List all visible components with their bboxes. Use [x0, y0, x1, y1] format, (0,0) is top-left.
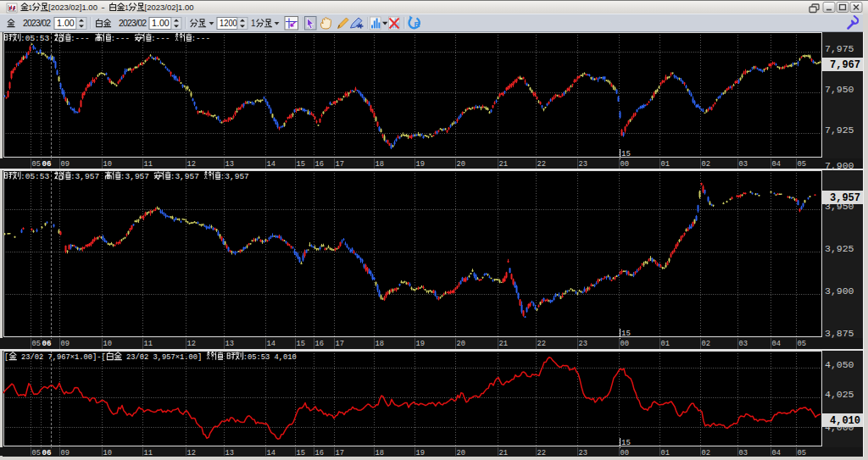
svg-text::3,957: :3,957	[70, 172, 99, 181]
svg-text:[2023/02]1.00: [2023/02]1.00	[145, 3, 194, 12]
svg-text:00: 00	[620, 339, 630, 348]
svg-text:1: 1	[29, 3, 33, 12]
svg-text:19: 19	[416, 339, 426, 348]
svg-text:02: 02	[702, 448, 711, 457]
svg-text:05: 05	[32, 339, 42, 348]
svg-text:17: 17	[336, 159, 345, 169]
svg-text::3,957: :3,957	[170, 172, 199, 181]
svg-text:7,950: 7,950	[825, 84, 854, 95]
svg-text:1.00: 1.00	[57, 18, 75, 28]
svg-text:2023/02: 2023/02	[119, 18, 147, 28]
svg-text::---: :---	[70, 34, 90, 43]
svg-text:7,967: 7,967	[48, 352, 70, 362]
svg-text:7,925: 7,925	[825, 125, 854, 136]
svg-text:05: 05	[798, 448, 807, 457]
svg-text::3,957: :3,957	[220, 172, 249, 181]
svg-text:03: 03	[739, 448, 748, 457]
svg-text:04: 04	[772, 339, 782, 348]
svg-text:20: 20	[457, 159, 466, 169]
svg-text:11: 11	[144, 448, 153, 457]
svg-text:12: 12	[187, 159, 197, 169]
svg-text:23: 23	[579, 448, 588, 457]
svg-text:06: 06	[42, 159, 52, 169]
svg-text:01: 01	[661, 448, 670, 457]
svg-text::05:53: :05:53	[20, 34, 49, 43]
svg-text:23/02: 23/02	[126, 352, 148, 362]
svg-text:2023/02: 2023/02	[23, 18, 51, 28]
svg-text:06: 06	[42, 339, 52, 348]
svg-text:21: 21	[499, 159, 509, 169]
svg-text:11: 11	[144, 339, 153, 348]
svg-text:1: 1	[125, 3, 129, 12]
svg-text:23/02: 23/02	[21, 352, 43, 362]
svg-text:02: 02	[702, 339, 711, 348]
svg-text:21: 21	[499, 448, 509, 457]
svg-text:01: 01	[661, 159, 670, 169]
svg-text::---: :---	[110, 34, 130, 43]
svg-text:20: 20	[457, 448, 466, 457]
svg-text:13: 13	[225, 448, 235, 457]
svg-text:01: 01	[661, 339, 670, 348]
svg-text:15: 15	[297, 339, 306, 348]
svg-text:15: 15	[621, 330, 631, 338]
svg-text:3,925: 3,925	[825, 243, 854, 254]
svg-text:R: R	[415, 19, 420, 29]
svg-text:05: 05	[798, 159, 807, 169]
svg-text:15: 15	[297, 159, 306, 169]
svg-text:23: 23	[579, 159, 588, 169]
svg-text:19: 19	[416, 159, 426, 169]
svg-text:7,967: 7,967	[830, 59, 860, 71]
svg-text:4,025: 4,025	[825, 389, 854, 400]
svg-text:03: 03	[739, 339, 748, 348]
svg-text:05: 05	[32, 448, 42, 457]
svg-text::---: :---	[151, 34, 170, 43]
svg-text:03: 03	[739, 159, 748, 169]
svg-text:09: 09	[61, 339, 70, 348]
svg-text::05:53: :05:53	[20, 172, 49, 181]
svg-text:10: 10	[103, 339, 113, 348]
svg-text:3,957: 3,957	[830, 192, 860, 204]
svg-text:05: 05	[798, 339, 807, 348]
svg-text:17: 17	[336, 448, 345, 457]
svg-text:3,900: 3,900	[825, 285, 854, 297]
svg-text:23: 23	[579, 339, 588, 348]
svg-text:14: 14	[267, 448, 276, 457]
svg-text:12: 12	[187, 339, 197, 348]
svg-text:06: 06	[42, 448, 52, 457]
svg-text:[: [	[4, 352, 8, 362]
svg-text:7,900: 7,900	[825, 160, 854, 171]
svg-text::3,957: :3,957	[120, 172, 149, 181]
svg-text:1200: 1200	[220, 18, 237, 28]
svg-text:18: 18	[376, 159, 385, 169]
svg-text:22: 22	[537, 159, 547, 169]
svg-text:3,875: 3,875	[825, 328, 854, 339]
svg-text:19: 19	[416, 448, 426, 457]
svg-text:4,050: 4,050	[825, 359, 854, 370]
svg-text:14: 14	[267, 159, 276, 169]
svg-text:22: 22	[537, 448, 547, 457]
svg-text::05:53: :05:53	[243, 352, 270, 362]
svg-text:16: 16	[315, 339, 325, 348]
svg-text:1.00]: 1.00]	[180, 352, 202, 362]
svg-text:04: 04	[772, 448, 782, 457]
svg-text:22: 22	[537, 339, 547, 348]
svg-text:13: 13	[225, 339, 235, 348]
svg-text:20: 20	[457, 339, 466, 348]
svg-text:3,957: 3,957	[153, 352, 175, 362]
svg-text:-: -	[101, 3, 105, 12]
svg-text:14: 14	[267, 339, 276, 348]
svg-text:10: 10	[103, 159, 113, 169]
svg-text:[2023/02]1.00: [2023/02]1.00	[48, 3, 97, 12]
svg-text:00: 00	[620, 448, 630, 457]
svg-text:13: 13	[225, 159, 235, 169]
svg-text:1: 1	[251, 18, 256, 28]
svg-text:1.00: 1.00	[152, 18, 170, 28]
svg-text:11: 11	[144, 159, 153, 169]
svg-text:10: 10	[103, 448, 113, 457]
svg-text:15: 15	[621, 150, 631, 158]
svg-text:4,010: 4,010	[275, 352, 297, 362]
svg-text:1.00]-[: 1.00]-[	[75, 352, 106, 362]
svg-text:18: 18	[376, 339, 385, 348]
svg-text:04: 04	[772, 159, 782, 169]
svg-text:15: 15	[297, 448, 306, 457]
